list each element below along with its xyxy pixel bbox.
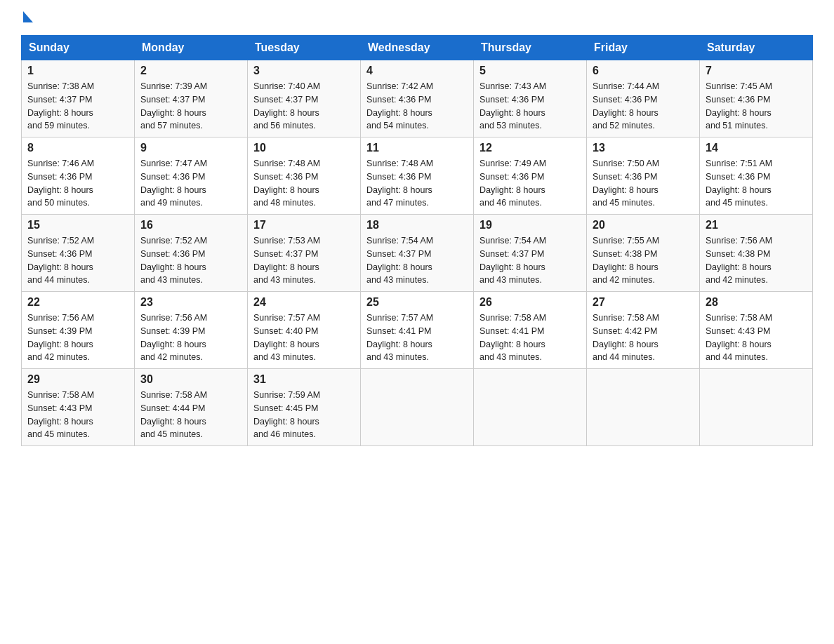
calendar-cell: 21Sunrise: 7:56 AMSunset: 4:38 PMDayligh… bbox=[700, 215, 813, 292]
calendar-cell: 22Sunrise: 7:56 AMSunset: 4:39 PMDayligh… bbox=[22, 292, 135, 369]
calendar-cell: 11Sunrise: 7:48 AMSunset: 4:36 PMDayligh… bbox=[361, 137, 474, 215]
day-number: 8 bbox=[27, 142, 128, 154]
calendar-cell: 25Sunrise: 7:57 AMSunset: 4:41 PMDayligh… bbox=[361, 292, 474, 369]
calendar-cell: 7Sunrise: 7:45 AMSunset: 4:36 PMDaylight… bbox=[700, 60, 813, 137]
day-number: 4 bbox=[366, 65, 468, 77]
calendar-cell: 16Sunrise: 7:52 AMSunset: 4:36 PMDayligh… bbox=[135, 215, 248, 292]
header-sunday: Sunday bbox=[22, 36, 135, 60]
calendar-cell: 17Sunrise: 7:53 AMSunset: 4:37 PMDayligh… bbox=[248, 215, 361, 292]
calendar-cell: 4Sunrise: 7:42 AMSunset: 4:36 PMDaylight… bbox=[361, 60, 474, 137]
day-number: 21 bbox=[706, 219, 807, 232]
day-info: Sunrise: 7:58 AMSunset: 4:41 PMDaylight:… bbox=[479, 311, 581, 364]
day-info: Sunrise: 7:50 AMSunset: 4:36 PMDaylight:… bbox=[593, 157, 694, 210]
header-monday: Monday bbox=[135, 36, 248, 60]
day-info: Sunrise: 7:54 AMSunset: 4:37 PMDaylight:… bbox=[479, 234, 581, 287]
calendar-header-row: SundayMondayTuesdayWednesdayThursdayFrid… bbox=[22, 36, 813, 60]
day-info: Sunrise: 7:38 AMSunset: 4:37 PMDaylight:… bbox=[27, 80, 128, 133]
day-number: 15 bbox=[27, 219, 128, 232]
day-info: Sunrise: 7:51 AMSunset: 4:36 PMDaylight:… bbox=[706, 157, 807, 210]
calendar-cell: 12Sunrise: 7:49 AMSunset: 4:36 PMDayligh… bbox=[474, 137, 587, 215]
day-number: 12 bbox=[479, 142, 581, 154]
calendar-cell: 8Sunrise: 7:46 AMSunset: 4:36 PMDaylight… bbox=[22, 137, 135, 215]
day-info: Sunrise: 7:57 AMSunset: 4:41 PMDaylight:… bbox=[366, 311, 468, 364]
day-number: 17 bbox=[253, 219, 355, 232]
day-number: 10 bbox=[253, 142, 355, 154]
day-number: 7 bbox=[706, 65, 807, 77]
day-info: Sunrise: 7:58 AMSunset: 4:43 PMDaylight:… bbox=[706, 311, 807, 364]
day-number: 14 bbox=[706, 142, 807, 154]
day-number: 20 bbox=[593, 219, 694, 232]
day-info: Sunrise: 7:58 AMSunset: 4:42 PMDaylight:… bbox=[593, 311, 694, 364]
day-info: Sunrise: 7:53 AMSunset: 4:37 PMDaylight:… bbox=[253, 234, 355, 287]
calendar-cell: 26Sunrise: 7:58 AMSunset: 4:41 PMDayligh… bbox=[474, 292, 587, 369]
calendar-cell: 19Sunrise: 7:54 AMSunset: 4:37 PMDayligh… bbox=[474, 215, 587, 292]
logo bbox=[21, 14, 33, 21]
day-info: Sunrise: 7:45 AMSunset: 4:36 PMDaylight:… bbox=[706, 80, 807, 133]
day-number: 30 bbox=[140, 373, 241, 386]
calendar-cell: 9Sunrise: 7:47 AMSunset: 4:36 PMDaylight… bbox=[135, 137, 248, 215]
logo-line1 bbox=[21, 14, 33, 25]
page-header bbox=[21, 14, 813, 21]
calendar-cell bbox=[587, 369, 700, 446]
calendar-week-row: 29Sunrise: 7:58 AMSunset: 4:43 PMDayligh… bbox=[22, 369, 813, 446]
calendar-cell: 27Sunrise: 7:58 AMSunset: 4:42 PMDayligh… bbox=[587, 292, 700, 369]
day-info: Sunrise: 7:55 AMSunset: 4:38 PMDaylight:… bbox=[593, 234, 694, 287]
calendar-cell: 1Sunrise: 7:38 AMSunset: 4:37 PMDaylight… bbox=[22, 60, 135, 137]
day-info: Sunrise: 7:52 AMSunset: 4:36 PMDaylight:… bbox=[27, 234, 128, 287]
calendar-week-row: 22Sunrise: 7:56 AMSunset: 4:39 PMDayligh… bbox=[22, 292, 813, 369]
calendar-cell: 31Sunrise: 7:59 AMSunset: 4:45 PMDayligh… bbox=[248, 369, 361, 446]
day-number: 22 bbox=[27, 296, 128, 309]
day-number: 11 bbox=[366, 142, 468, 154]
day-number: 13 bbox=[593, 142, 694, 154]
calendar-cell: 5Sunrise: 7:43 AMSunset: 4:36 PMDaylight… bbox=[474, 60, 587, 137]
day-info: Sunrise: 7:54 AMSunset: 4:37 PMDaylight:… bbox=[366, 234, 468, 287]
header-wednesday: Wednesday bbox=[361, 36, 474, 60]
calendar-week-row: 15Sunrise: 7:52 AMSunset: 4:36 PMDayligh… bbox=[22, 215, 813, 292]
calendar-cell: 29Sunrise: 7:58 AMSunset: 4:43 PMDayligh… bbox=[22, 369, 135, 446]
day-number: 24 bbox=[253, 296, 355, 309]
logo-arrow-icon bbox=[23, 11, 33, 22]
day-number: 26 bbox=[479, 296, 581, 309]
day-number: 23 bbox=[140, 296, 241, 309]
day-number: 27 bbox=[593, 296, 694, 309]
header-friday: Friday bbox=[587, 36, 700, 60]
calendar-cell bbox=[700, 369, 813, 446]
day-number: 29 bbox=[27, 373, 128, 386]
day-number: 1 bbox=[27, 65, 128, 77]
calendar-cell: 18Sunrise: 7:54 AMSunset: 4:37 PMDayligh… bbox=[361, 215, 474, 292]
day-number: 18 bbox=[366, 219, 468, 232]
day-number: 2 bbox=[140, 65, 241, 77]
day-info: Sunrise: 7:47 AMSunset: 4:36 PMDaylight:… bbox=[140, 157, 241, 210]
calendar-week-row: 8Sunrise: 7:46 AMSunset: 4:36 PMDaylight… bbox=[22, 137, 813, 215]
day-info: Sunrise: 7:59 AMSunset: 4:45 PMDaylight:… bbox=[253, 389, 355, 441]
day-number: 25 bbox=[366, 296, 468, 309]
day-info: Sunrise: 7:57 AMSunset: 4:40 PMDaylight:… bbox=[253, 311, 355, 364]
calendar-cell: 2Sunrise: 7:39 AMSunset: 4:37 PMDaylight… bbox=[135, 60, 248, 137]
day-info: Sunrise: 7:56 AMSunset: 4:39 PMDaylight:… bbox=[27, 311, 128, 364]
day-info: Sunrise: 7:58 AMSunset: 4:44 PMDaylight:… bbox=[140, 389, 241, 441]
day-info: Sunrise: 7:49 AMSunset: 4:36 PMDaylight:… bbox=[479, 157, 581, 210]
header-tuesday: Tuesday bbox=[248, 36, 361, 60]
calendar-table: SundayMondayTuesdayWednesdayThursdayFrid… bbox=[21, 35, 813, 446]
calendar-cell bbox=[361, 369, 474, 446]
calendar-cell: 24Sunrise: 7:57 AMSunset: 4:40 PMDayligh… bbox=[248, 292, 361, 369]
calendar-cell: 13Sunrise: 7:50 AMSunset: 4:36 PMDayligh… bbox=[587, 137, 700, 215]
calendar-cell: 10Sunrise: 7:48 AMSunset: 4:36 PMDayligh… bbox=[248, 137, 361, 215]
day-info: Sunrise: 7:46 AMSunset: 4:36 PMDaylight:… bbox=[27, 157, 128, 210]
day-number: 28 bbox=[706, 296, 807, 309]
calendar-cell: 14Sunrise: 7:51 AMSunset: 4:36 PMDayligh… bbox=[700, 137, 813, 215]
day-info: Sunrise: 7:43 AMSunset: 4:36 PMDaylight:… bbox=[479, 80, 581, 133]
day-info: Sunrise: 7:39 AMSunset: 4:37 PMDaylight:… bbox=[140, 80, 241, 133]
day-number: 3 bbox=[253, 65, 355, 77]
day-info: Sunrise: 7:44 AMSunset: 4:36 PMDaylight:… bbox=[593, 80, 694, 133]
day-info: Sunrise: 7:52 AMSunset: 4:36 PMDaylight:… bbox=[140, 234, 241, 287]
calendar-cell: 15Sunrise: 7:52 AMSunset: 4:36 PMDayligh… bbox=[22, 215, 135, 292]
day-info: Sunrise: 7:56 AMSunset: 4:38 PMDaylight:… bbox=[706, 234, 807, 287]
header-saturday: Saturday bbox=[700, 36, 813, 60]
day-info: Sunrise: 7:48 AMSunset: 4:36 PMDaylight:… bbox=[253, 157, 355, 210]
calendar-cell: 3Sunrise: 7:40 AMSunset: 4:37 PMDaylight… bbox=[248, 60, 361, 137]
day-number: 5 bbox=[479, 65, 581, 77]
calendar-cell: 28Sunrise: 7:58 AMSunset: 4:43 PMDayligh… bbox=[700, 292, 813, 369]
day-number: 31 bbox=[253, 373, 355, 386]
header-thursday: Thursday bbox=[474, 36, 587, 60]
